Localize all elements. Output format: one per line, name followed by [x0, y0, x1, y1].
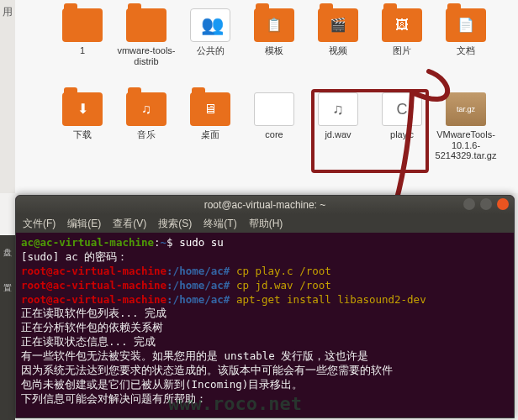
- file-item[interactable]: core: [242, 92, 306, 176]
- file-item[interactable]: ♫jd.wav: [306, 92, 370, 176]
- output-line: 有一些软件包无法被安装。如果您用的是 unstable 发行版，这也许是: [21, 349, 368, 362]
- output-line: [sudo] ac 的密码：: [21, 250, 128, 263]
- file-item[interactable]: 公共的: [178, 8, 242, 92]
- maximize-button[interactable]: [480, 198, 492, 210]
- menu-file[interactable]: 文件(F): [23, 217, 56, 231]
- folder-icon: [62, 8, 103, 42]
- file-label: 音乐: [115, 129, 177, 140]
- menu-search[interactable]: 搜索(S): [158, 217, 192, 231]
- archive-icon: tar.gz: [446, 92, 486, 126]
- file-item[interactable]: Cplay.c: [370, 92, 434, 176]
- terminal-window: root@ac-virtual-machine: ~ 文件(F) 编辑(E) 查…: [15, 195, 515, 418]
- output-line: 因为系统无法达到您要求的状态造成的。该版本中可能会有一些您需要的软件: [21, 364, 393, 376]
- close-button[interactable]: [497, 198, 509, 210]
- menu-terminal[interactable]: 终端(T): [204, 217, 236, 231]
- file-label: 视频: [307, 45, 369, 56]
- folder-icon: 🖼: [382, 8, 422, 42]
- minimize-button[interactable]: [463, 198, 475, 210]
- file-icon: [254, 92, 294, 126]
- launcher-item[interactable]: 盘: [0, 235, 15, 270]
- vertical-tab[interactable]: 用: [0, 0, 15, 193]
- file-label: 文档: [435, 45, 497, 56]
- file-label: play.c: [371, 129, 433, 140]
- file-label: jd.wav: [307, 129, 369, 140]
- terminal-menubar: 文件(F) 编辑(E) 查看(V) 搜索(S) 终端(T) 帮助(H): [16, 214, 514, 233]
- file-item[interactable]: 1: [50, 8, 114, 92]
- output-line: 正在读取状态信息... 完成: [21, 335, 156, 348]
- output-line: 下列信息可能会对解决问题有所帮助：: [21, 392, 207, 405]
- output-line: 正在读取软件包列表... 完成: [21, 307, 166, 319]
- file-label: vmware-tools-distrib: [115, 45, 177, 66]
- shared-folder-icon: [190, 8, 230, 42]
- launcher-item[interactable]: 置: [0, 270, 15, 306]
- file-item[interactable]: ⬇下载: [50, 92, 114, 176]
- folder-icon: 📋: [254, 8, 294, 42]
- output-line: 正在分析软件包的依赖关系树: [21, 321, 163, 333]
- prompt-root: root@ac-virtual-machine: [21, 265, 166, 277]
- file-icon: C: [382, 92, 422, 126]
- file-label: 公共的: [179, 45, 241, 56]
- cmd-text: sudo su: [179, 236, 224, 249]
- file-label: 桌面: [179, 129, 241, 140]
- file-item[interactable]: 🎬视频: [306, 8, 370, 92]
- launcher: 盘 置: [0, 235, 15, 420]
- menu-help[interactable]: 帮助(H): [249, 217, 283, 231]
- folder-icon: 🎬: [318, 8, 358, 42]
- folder-icon: 🖥: [190, 92, 230, 126]
- file-item[interactable]: 📋模板: [242, 8, 306, 92]
- prompt-root: root@ac-virtual-machine: [21, 293, 166, 306]
- folder-icon: ⬇: [62, 92, 103, 126]
- output-line: 包尚未被创建或是它们已被从新到(Incoming)目录移出。: [21, 378, 303, 391]
- folder-icon: [126, 8, 166, 42]
- file-label: 图片: [371, 45, 433, 56]
- file-item[interactable]: 🖼图片: [370, 8, 434, 92]
- menu-view[interactable]: 查看(V): [113, 217, 146, 231]
- file-grid: 1vmware-tools-distrib公共的📋模板🎬视频🖼图片📄文档⬇下载♫…: [50, 8, 518, 176]
- file-manager: 用 1vmware-tools-distrib公共的📋模板🎬视频🖼图片📄文档⬇下…: [0, 0, 518, 193]
- file-icon: ♫: [318, 92, 358, 126]
- file-label: 模板: [243, 45, 305, 56]
- prompt-path: ~: [161, 236, 167, 249]
- file-item[interactable]: tar.gzVMwareTools-10.1.6-5214329.tar.gz: [434, 92, 498, 176]
- terminal-body[interactable]: ac@ac-virtual-machine:~$ sudo su [sudo] …: [16, 233, 514, 418]
- file-label: 1: [51, 45, 114, 56]
- file-item[interactable]: ♫音乐: [114, 92, 178, 176]
- cmd-text: apt-get install libasound2-dev: [236, 293, 426, 306]
- folder-icon: ♫: [126, 92, 166, 126]
- prompt-root: root@ac-virtual-machine: [21, 279, 166, 291]
- cmd-text: cp jd.wav /root: [236, 279, 331, 291]
- file-item[interactable]: vmware-tools-distrib: [114, 8, 178, 92]
- file-label: VMwareTools-10.1.6-5214329.tar.gz: [435, 129, 497, 161]
- cmd-text: cp play.c /root: [236, 265, 331, 277]
- file-item[interactable]: 📄文档: [434, 8, 498, 92]
- prompt-user: ac@ac-virtual-machine: [21, 236, 154, 249]
- file-item[interactable]: 🖥桌面: [178, 92, 242, 176]
- file-label: 下载: [51, 129, 114, 140]
- terminal-title: root@ac-virtual-machine: ~: [204, 199, 326, 211]
- terminal-titlebar: root@ac-virtual-machine: ~: [16, 196, 514, 214]
- file-label: core: [243, 129, 305, 140]
- folder-icon: 📄: [446, 8, 486, 42]
- menu-edit[interactable]: 编辑(E): [67, 217, 101, 231]
